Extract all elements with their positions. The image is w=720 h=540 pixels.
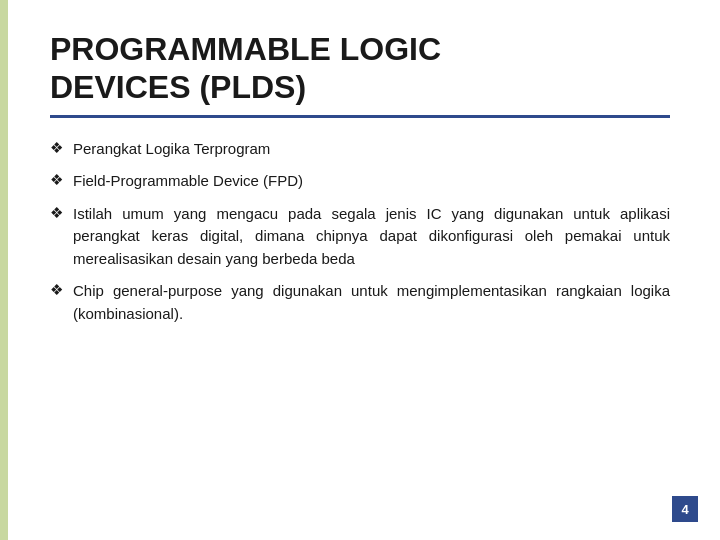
content-area: ❖ Perangkat Logika Terprogram ❖ Field-Pr… bbox=[50, 138, 670, 326]
bullet-diamond-3: ❖ bbox=[50, 204, 63, 222]
title-line2: DEVICES (PLDS) bbox=[50, 69, 306, 105]
bullet-item-2: ❖ Field-Programmable Device (FPD) bbox=[50, 170, 670, 193]
bullet-item-4: ❖ Chip general-purpose yang digunakan un… bbox=[50, 280, 670, 325]
slide-container: PROGRAMMABLE LOGIC DEVICES (PLDS) ❖ Pera… bbox=[0, 0, 720, 540]
left-accent-bar bbox=[0, 0, 8, 540]
bullet-item-1: ❖ Perangkat Logika Terprogram bbox=[50, 138, 670, 161]
bullet-text-3: Istilah umum yang mengacu pada segala je… bbox=[73, 203, 670, 271]
title-divider bbox=[50, 115, 670, 118]
bullet-diamond-4: ❖ bbox=[50, 281, 63, 299]
bullet-text-4: Chip general-purpose yang digunakan untu… bbox=[73, 280, 670, 325]
bullet-item-3: ❖ Istilah umum yang mengacu pada segala … bbox=[50, 203, 670, 271]
page-number: 4 bbox=[672, 496, 698, 522]
bullet-diamond-2: ❖ bbox=[50, 171, 63, 189]
page-number-text: 4 bbox=[681, 502, 688, 517]
title-line1: PROGRAMMABLE LOGIC bbox=[50, 31, 441, 67]
slide-title: PROGRAMMABLE LOGIC DEVICES (PLDS) bbox=[50, 30, 670, 107]
bullet-text-2: Field-Programmable Device (FPD) bbox=[73, 170, 670, 193]
bullet-diamond-1: ❖ bbox=[50, 139, 63, 157]
bullet-text-1: Perangkat Logika Terprogram bbox=[73, 138, 670, 161]
